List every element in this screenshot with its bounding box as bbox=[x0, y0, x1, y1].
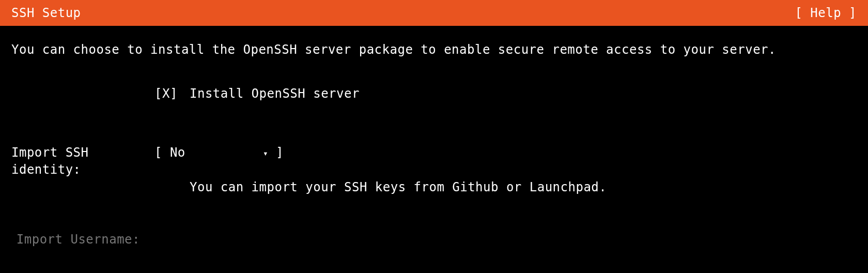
spacer bbox=[11, 85, 154, 103]
import-ssh-label: Import SSH identity: bbox=[11, 144, 154, 179]
bracket-close: ] bbox=[268, 145, 284, 160]
install-openssh-checkbox[interactable]: [X] bbox=[154, 85, 190, 103]
spacer bbox=[11, 179, 154, 196]
import-ssh-help-row: You can import your SSH keys from Github… bbox=[11, 179, 857, 196]
import-ssh-help-text: You can import your SSH keys from Github… bbox=[190, 179, 857, 196]
chevron-down-icon: ▾ bbox=[263, 148, 268, 159]
header-bar: SSH Setup [ Help ] bbox=[0, 0, 868, 26]
import-username-row: Import Username: bbox=[11, 231, 857, 249]
import-ssh-value: No bbox=[170, 144, 263, 162]
bracket-open: [ bbox=[154, 145, 170, 160]
import-ssh-select[interactable]: [ No▾ ] bbox=[154, 144, 284, 179]
page-title: SSH Setup bbox=[11, 6, 81, 20]
content-area: You can choose to install the OpenSSH se… bbox=[0, 26, 868, 273]
spacer bbox=[154, 179, 190, 196]
intro-text: You can choose to install the OpenSSH se… bbox=[11, 42, 857, 57]
install-openssh-label: Install OpenSSH server bbox=[190, 85, 857, 103]
import-username-field bbox=[154, 231, 857, 249]
help-button[interactable]: [ Help ] bbox=[795, 6, 857, 20]
install-openssh-row: [X] Install OpenSSH server bbox=[11, 85, 857, 103]
import-username-label: Import Username: bbox=[11, 231, 154, 249]
import-ssh-row: Import SSH identity: [ No▾ ] bbox=[11, 144, 857, 179]
